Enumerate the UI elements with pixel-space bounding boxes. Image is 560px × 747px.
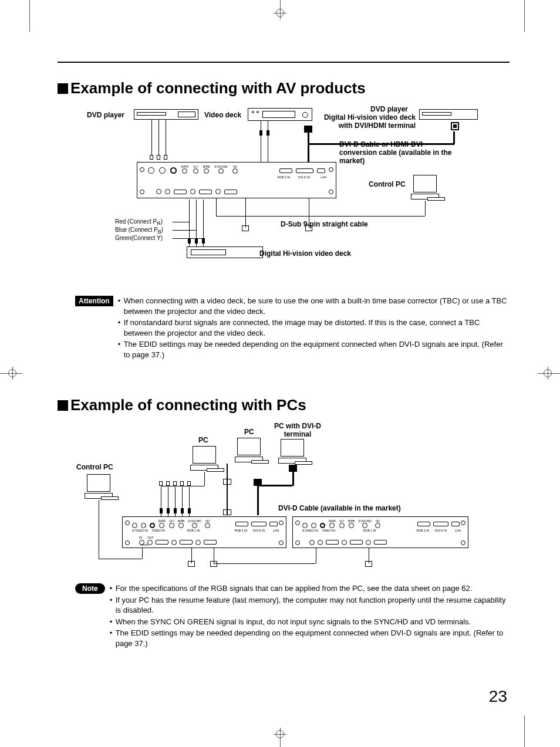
attention-item: The EDID settings may be needed dependin… [118,339,510,360]
rear-panel-left: R/PR G/Y B/PB SYNC/HD VD S-VIDEO IN VIDE… [122,516,286,548]
label-control-pc: Control PC [369,181,406,189]
label-red: Red (Connect PR) [115,218,163,227]
label-dvid-cable: DVI-D Cable (available in the market) [278,505,401,513]
device-videodeck [248,108,312,121]
label-pc-dvid: PC with DVI-D terminal [271,422,324,439]
hdmi-plug-icon [451,122,459,130]
diagram-av: DVD player Video deck DVD player Digital… [75,106,510,288]
pc-icon [281,439,306,464]
label-pc2: PC [244,428,254,437]
diagram-pc: Control PC PC PC PC with DVI-D terminal [75,422,510,575]
remote-plug-icon [188,561,195,567]
label-control-pc: Control PC [76,464,113,472]
section2-title: Example of connecting with PCs [58,396,510,414]
attention-list: When connecting with a video deck, be su… [118,296,510,361]
label-pc1: PC [198,437,208,445]
top-rule [58,62,510,63]
attention-callout: Attention When connecting with a video d… [75,296,510,361]
rear-panel-right: R/PR G/Y B/PB SYNC/HD VD S-VIDEO IN VIDE… [292,516,468,548]
note-item: For the specifications of the RGB signal… [110,583,510,594]
remote-plug-icon [365,561,372,567]
note-item: The EDID settings may be needed dependin… [110,628,510,648]
pc-icon [193,446,218,471]
dvi-plug-top-icon [304,126,312,133]
pc-icon [413,175,439,200]
note-callout: Note For the specifications of the RGB s… [75,583,510,650]
label-green: Green(Connect Y) [115,235,163,242]
square-bullet-icon [58,83,68,94]
section1-title: Example of connecting with AV products [58,79,510,97]
dvi-plug-icon [289,465,297,472]
note-item: When the SYNC ON GREEN signal is input, … [110,617,510,627]
note-list: For the specifications of the RGB signal… [110,583,510,650]
square-bullet-icon [58,400,68,411]
label-digital-deck: Digital Hi-vision video deck [259,250,351,258]
device-digideck [187,246,263,258]
note-item: If your PC has the resume feature (last … [110,595,510,616]
page-number: 23 [489,687,507,706]
label-blue: Blue (Connect PB) [115,227,163,235]
rear-panel: R/PR G/Y B/PB SYNC/HD VD RGB 2 IN DVI-D … [137,162,336,198]
pc-icon [237,438,263,462]
pc-icon [87,474,113,499]
label-dsub: D-Sub 9-pin straight cable [281,221,368,229]
device-dvd [134,109,198,120]
attention-item: When connecting with a video deck, be su… [118,296,510,316]
device-dvd2 [419,109,478,120]
attention-item: If nonstandard burst signals are connect… [118,317,510,338]
note-badge: Note [75,583,105,594]
label-dvi-cable: DVI-D Cable or HDMI-DVI conversion cable… [339,141,457,165]
attention-badge: Attention [75,296,113,306]
label-dvd-player2: DVD player [363,106,416,114]
label-dvd-player: DVD player [87,111,124,120]
label-video-deck: Video deck [204,111,241,120]
page-content: Example of connecting with AV products D… [58,62,510,650]
label-digital-deck-dvi: Digital Hi-vision video deck with DVI/HD… [316,114,416,130]
